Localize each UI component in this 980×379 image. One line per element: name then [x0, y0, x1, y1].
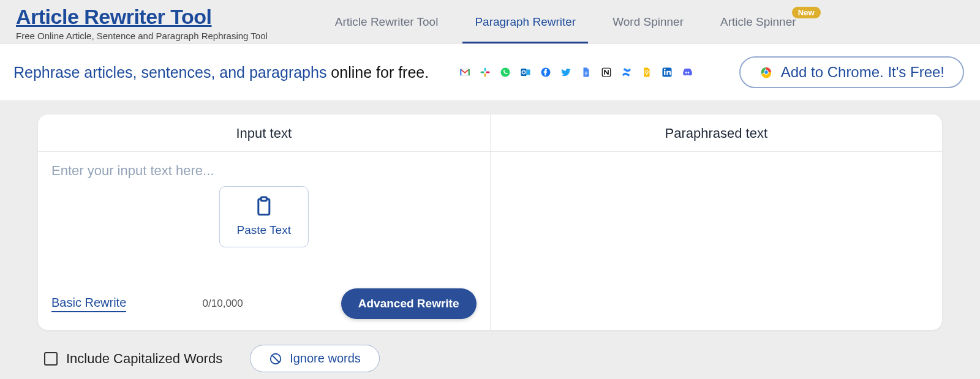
ignore-words-button[interactable]: Ignore words — [250, 345, 380, 372]
whatsapp-icon[interactable] — [500, 67, 511, 78]
ban-icon — [269, 352, 282, 366]
paste-text-button[interactable]: Paste Text — [219, 186, 309, 247]
promo-rest: online for free. — [326, 64, 429, 81]
svg-rect-9 — [585, 72, 588, 72]
keep-icon[interactable] — [641, 67, 652, 78]
promo-highlight: Rephrase articles, sentences, and paragr… — [13, 64, 326, 81]
new-badge: New — [792, 7, 821, 18]
brand: Article Rewriter Tool Free Online Articl… — [16, 6, 268, 41]
options-row: Include Capitalized Words Ignore words — [38, 330, 942, 372]
add-to-chrome-button[interactable]: Add to Chrome. It's Free! — [739, 56, 964, 88]
nav-label: Article Spinner — [720, 15, 796, 28]
rewrite-card: Input text Enter your input text here...… — [38, 114, 942, 330]
notion-icon[interactable] — [601, 67, 612, 78]
output-title: Paraphrased text — [491, 114, 943, 152]
add-to-chrome-label: Add to Chrome. It's Free! — [781, 64, 944, 81]
svg-rect-11 — [585, 75, 587, 75]
promo-text: Rephrase articles, sentences, and paragr… — [13, 64, 429, 81]
svg-point-4 — [501, 68, 510, 77]
brand-title[interactable]: Article Rewriter Tool — [16, 6, 268, 28]
svg-point-17 — [664, 69, 666, 70]
output-pane: Paraphrased text — [491, 114, 943, 330]
svg-rect-14 — [646, 73, 647, 75]
svg-rect-22 — [261, 197, 266, 201]
svg-rect-1 — [481, 72, 484, 73]
input-pane: Input text Enter your input text here...… — [38, 114, 491, 330]
char-counter: 0/10,000 — [203, 298, 243, 310]
confluence-icon[interactable] — [621, 67, 632, 78]
include-capitalized-checkbox[interactable]: Include Capitalized Words — [44, 351, 222, 367]
svg-line-24 — [273, 355, 279, 362]
nav-word-spinner[interactable]: Word Spinner — [612, 15, 684, 43]
include-capitalized-label: Include Capitalized Words — [66, 351, 222, 367]
facebook-icon[interactable] — [540, 67, 551, 78]
input-title: Input text — [38, 114, 490, 152]
chrome-icon — [759, 65, 774, 80]
checkbox-icon — [44, 352, 58, 366]
nav-article-spinner[interactable]: Article Spinner New — [720, 15, 796, 43]
outlook-icon[interactable] — [520, 67, 531, 78]
promo-bar: Rephrase articles, sentences, and paragr… — [0, 43, 980, 101]
ignore-words-label: Ignore words — [290, 351, 361, 366]
svg-rect-7 — [527, 70, 530, 75]
input-footer: Basic Rewrite 0/10,000 Advanced Rewrite — [38, 288, 490, 330]
svg-rect-2 — [484, 73, 486, 77]
linkedin-icon[interactable] — [662, 67, 673, 78]
topnav: Article Rewriter Tool Free Online Articl… — [0, 0, 980, 43]
svg-rect-3 — [486, 72, 490, 73]
share-icon-row — [459, 67, 693, 78]
gmail-icon[interactable] — [459, 67, 470, 78]
input-placeholder: Enter your input text here... — [51, 163, 477, 179]
svg-point-20 — [764, 70, 768, 74]
output-body — [491, 152, 943, 330]
basic-rewrite-link[interactable]: Basic Rewrite — [51, 296, 126, 312]
paste-text-label: Paste Text — [237, 223, 291, 237]
main-wrap: Input text Enter your input text here...… — [0, 101, 980, 372]
svg-rect-16 — [664, 71, 665, 75]
advanced-rewrite-button[interactable]: Advanced Rewrite — [341, 288, 477, 319]
clipboard-icon — [253, 195, 275, 217]
svg-rect-0 — [484, 68, 486, 72]
discord-icon[interactable] — [682, 67, 693, 78]
nav-items: Article Rewriter Tool Paragraph Rewriter… — [335, 3, 796, 43]
nav-article-rewriter[interactable]: Article Rewriter Tool — [335, 15, 439, 43]
brand-subtitle: Free Online Article, Sentence and Paragr… — [16, 31, 268, 41]
docs-icon[interactable] — [581, 67, 592, 78]
twitter-icon[interactable] — [560, 67, 571, 78]
svg-rect-10 — [585, 73, 588, 74]
slack-icon[interactable] — [480, 67, 491, 78]
input-body[interactable]: Enter your input text here... Paste Text — [38, 152, 490, 288]
nav-paragraph-rewriter[interactable]: Paragraph Rewriter — [475, 15, 576, 43]
